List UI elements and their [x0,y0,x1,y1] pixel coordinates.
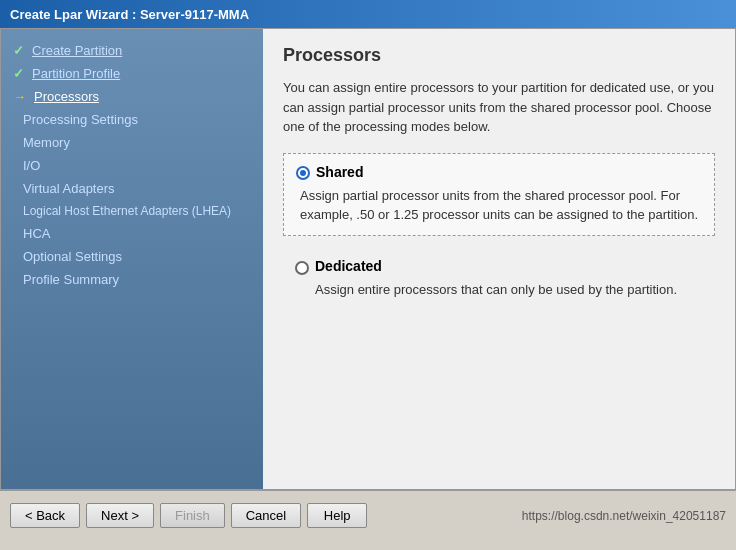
next-button[interactable]: Next > [86,503,154,528]
sidebar-item-lhea[interactable]: Logical Host Ethernet Adapters (LHEA) [1,200,263,222]
shared-option-box: Shared Assign partial processor units fr… [283,153,715,236]
sidebar-label-processors: Processors [34,89,99,104]
sidebar-label-lhea: Logical Host Ethernet Adapters (LHEA) [23,204,231,218]
sidebar: Create Partition Partition Profile Proce… [1,29,263,489]
content-title: Processors [283,45,715,66]
sidebar-item-create-partition[interactable]: Create Partition [1,39,263,62]
sidebar-label-hca: HCA [23,226,50,241]
sidebar-link-partition-profile[interactable]: Partition Profile [32,66,120,81]
dedicated-option-row: Dedicated Assign entire processors that … [283,248,715,310]
shared-radio[interactable] [296,166,310,180]
sidebar-label-memory: Memory [23,135,70,150]
footer-buttons: < Back Next > Finish Cancel Help [10,503,367,528]
sidebar-label-optional-settings: Optional Settings [23,249,122,264]
sidebar-item-processors[interactable]: Processors [1,85,263,108]
sidebar-item-processing-settings[interactable]: Processing Settings [1,108,263,131]
sidebar-item-hca[interactable]: HCA [1,222,263,245]
footer-url: https://blog.csdn.net/weixin_42051187 [522,509,726,523]
content-description: You can assign entire processors to your… [283,78,715,137]
dedicated-option-description: Assign entire processors that can only b… [315,280,677,300]
sidebar-label-processing-settings: Processing Settings [23,112,138,127]
back-button[interactable]: < Back [10,503,80,528]
shared-option-label[interactable]: Shared [316,164,363,180]
sidebar-item-memory[interactable]: Memory [1,131,263,154]
content-area: Processors You can assign entire process… [263,29,735,489]
sidebar-item-io[interactable]: I/O [1,154,263,177]
dedicated-radio[interactable] [295,261,309,275]
sidebar-item-virtual-adapters[interactable]: Virtual Adapters [1,177,263,200]
title-bar: Create Lpar Wizard : Server-9117-MMA [0,0,736,28]
dedicated-option-label[interactable]: Dedicated [315,258,677,274]
sidebar-label-profile-summary: Profile Summary [23,272,119,287]
sidebar-label-virtual-adapters: Virtual Adapters [23,181,115,196]
sidebar-link-create-partition[interactable]: Create Partition [32,43,122,58]
help-button[interactable]: Help [307,503,367,528]
window-title: Create Lpar Wizard : Server-9117-MMA [10,7,249,22]
footer: < Back Next > Finish Cancel Help https:/… [0,490,736,540]
shared-option-description: Assign partial processor units from the … [296,186,702,225]
cancel-button[interactable]: Cancel [231,503,301,528]
sidebar-item-optional-settings[interactable]: Optional Settings [1,245,263,268]
sidebar-label-io: I/O [23,158,40,173]
finish-button[interactable]: Finish [160,503,225,528]
sidebar-item-partition-profile[interactable]: Partition Profile [1,62,263,85]
sidebar-item-profile-summary[interactable]: Profile Summary [1,268,263,291]
